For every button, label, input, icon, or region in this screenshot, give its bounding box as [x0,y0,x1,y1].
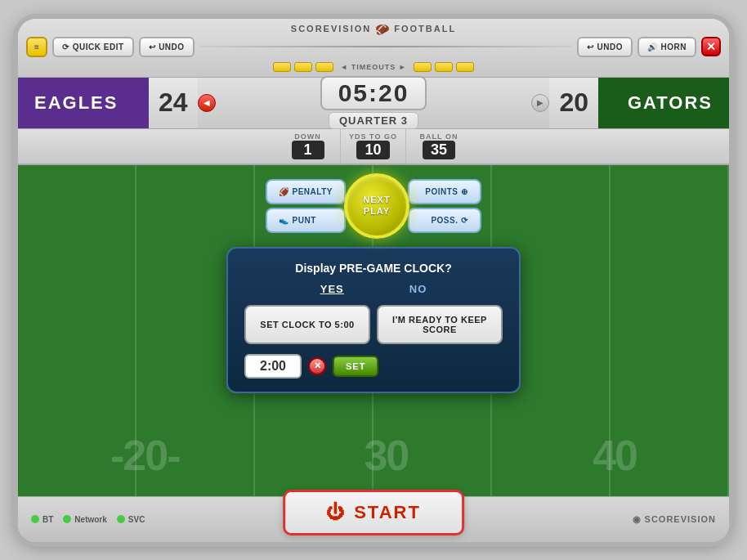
punt-button[interactable]: 👟 PUNT [266,208,346,233]
points-button[interactable]: POINTS ⊕ [408,179,481,204]
undo-right-button[interactable]: ↩ UNDO [577,37,633,57]
scorevision-text: SCOREVISION [645,514,716,524]
next-play-line1: NEXT [363,195,390,205]
ball-value: 35 [423,141,455,159]
ball-cell: BALL ON 35 [406,129,472,164]
poss-button[interactable]: POSS. ⟳ [408,208,481,233]
down-row: DOWN 1 YDS TO GO 10 BALL ON 35 [18,129,729,165]
timeout-dot-away-2[interactable] [435,62,453,72]
field-area: -20- 30 40 🏈 PENALTY 👟 PUNT [18,165,729,496]
scorevision-brand: ◉ SCOREVISION [633,497,716,542]
timeout-dot-away-1[interactable] [414,62,432,72]
down-cell: DOWN 1 [275,129,341,164]
timeouts-row: ◄ TIMEOUTS ► [26,60,721,74]
dialog-title: Display PRE-GAME CLOCK? [244,262,503,275]
play-btn-group-left: 🏈 PENALTY 👟 PUNT [266,179,346,233]
yds-cell: YDS TO GO 10 [341,129,406,164]
start-button[interactable]: ⏻ START [283,490,464,535]
quarter-display: QUARTER 3 [329,112,418,129]
title-row: SCOREVISION 🏈 FOOTBALL [26,24,721,34]
close-button[interactable]: ✕ [701,37,721,56]
network-label: Network [74,515,106,524]
score-row: EAGLES 24 ◀ 05:20 QUARTER 3 ▶ 20 GATORS [18,77,729,129]
home-team-name: EAGLES [18,78,149,128]
undo-right-icon: ↩ [587,43,594,52]
score-increment-button[interactable]: ▶ [531,94,549,112]
set-clock-button[interactable]: SET CLOCK TO 5:00 [244,305,370,344]
quick-edit-label: QUICK EDIT [73,43,124,52]
status-area: BT Network SVC [31,497,145,542]
next-play-container: 🏈 PENALTY 👟 PUNT NEXT PLAY POINTS ⊕ [266,173,481,239]
football-icon: 🏈 [376,25,389,33]
start-label: START [354,502,421,523]
penalty-button[interactable]: 🏈 PENALTY [266,179,346,204]
undo-left-icon: ↩ [149,43,156,52]
start-button-wrapper: ⏻ START [283,490,464,535]
timeout-dot-home-2[interactable] [294,62,312,72]
play-btn-group-right: POINTS ⊕ POSS. ⟳ [408,179,481,233]
dialog-time-row: ✕ SET [244,354,503,379]
ready-button[interactable]: I'M READY TO KEEP SCORE [377,305,503,344]
points-icon: ⊕ [461,187,468,196]
away-team-name: GATORS [598,78,729,128]
start-icon: ⏻ [326,502,346,523]
bt-status: BT [31,515,53,524]
dialog-title-pre: Display [295,262,339,275]
timeout-dot-home-1[interactable] [273,62,291,72]
overlay-panel: 🏈 PENALTY 👟 PUNT NEXT PLAY POINTS ⊕ [18,165,729,496]
dialog-yes-no: YES NO [244,283,503,295]
svc-dot [117,515,125,523]
undo-left-button[interactable]: ↩ UNDO [139,37,195,57]
horn-icon: 🔊 [647,43,658,52]
app-subtitle: FOOTBALL [394,24,456,34]
undo-left-label: UNDO [159,43,184,52]
points-label: POINTS [425,187,458,196]
penalty-icon: 🏈 [279,187,289,196]
yds-label: YDS TO GO [349,132,397,141]
toolbar-row: ≡ ⟳ QUICK EDIT ↩ UNDO ↩ UNDO 🔊 HORN ✕ [26,37,721,57]
top-bar: SCOREVISION 🏈 FOOTBALL ≡ ⟳ QUICK EDIT ↩ … [18,19,729,77]
time-input[interactable] [244,354,302,379]
punt-icon: 👟 [279,216,289,225]
next-play-line2: PLAY [364,206,390,217]
down-label: DOWN [294,132,321,141]
dialog-no[interactable]: NO [409,283,427,295]
undo-line [199,46,573,47]
dialog-title-post: ? [445,262,452,275]
timeout-dot-away-3[interactable] [456,62,474,72]
quick-edit-icon: ⟳ [62,43,69,52]
poss-icon: ⟳ [461,216,468,225]
svc-status: SVC [117,515,145,524]
quick-edit-button[interactable]: ⟳ QUICK EDIT [52,37,133,57]
punt-label: PUNT [293,216,316,225]
time-set-button[interactable]: SET [333,356,378,377]
timeout-dot-home-3[interactable] [315,62,333,72]
scorevision-logo: ◉ SCOREVISION [633,514,716,525]
home-score: 24 [149,78,198,128]
svc-label: SVC [128,515,145,524]
clock-display: 05:20 [320,76,427,110]
horn-button[interactable]: 🔊 HORN [637,37,696,57]
dialog-yes[interactable]: YES [320,283,344,295]
status-dots: BT Network SVC [31,515,145,524]
horn-label: HORN [661,43,687,52]
center-info: 05:20 QUARTER 3 [216,78,532,128]
penalty-label: PENALTY [293,187,333,196]
next-play-button[interactable]: NEXT PLAY [344,173,409,239]
scorevision-icon: ◉ [633,514,642,525]
dialog-box: Display PRE-GAME CLOCK? YES NO SET CLOCK… [226,247,521,393]
dialog-title-highlight: PRE-GAME CLOCK [339,262,445,275]
app-title: SCOREVISION [291,24,371,34]
bt-dot [31,515,39,523]
menu-button[interactable]: ≡ [26,37,47,57]
ball-label: BALL ON [420,132,458,141]
tablet-frame: SCOREVISION 🏈 FOOTBALL ≡ ⟳ QUICK EDIT ↩ … [18,19,729,542]
network-dot [63,515,71,523]
dialog-buttons: SET CLOCK TO 5:00 I'M READY TO KEEP SCOR… [244,305,503,344]
down-value: 1 [292,141,324,159]
poss-label: POSS. [431,216,458,225]
score-decrement-button[interactable]: ◀ [198,94,216,112]
timeouts-label: ◄ TIMEOUTS ► [337,63,409,71]
yds-value: 10 [356,141,389,159]
time-clear-button[interactable]: ✕ [308,357,326,375]
